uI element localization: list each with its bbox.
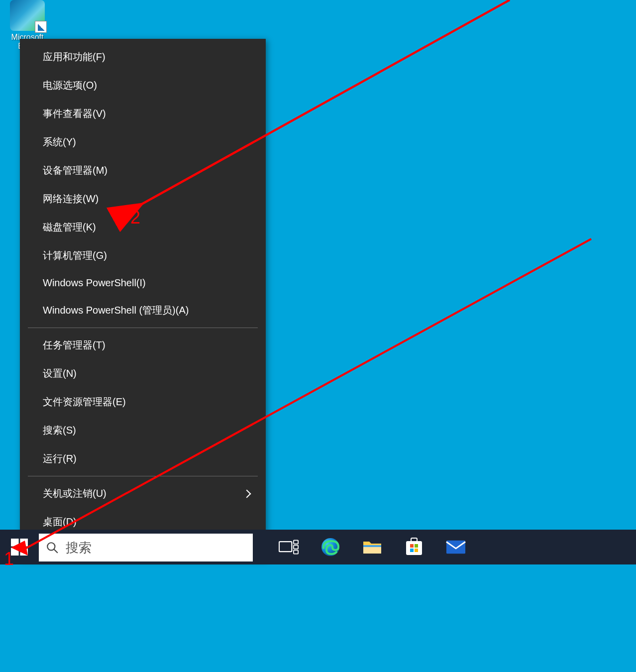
menu-item-label: 系统(Y) (43, 135, 76, 149)
taskbar-edge[interactable] (310, 530, 351, 564)
menu-device-manager[interactable]: 设备管理器(M) (20, 156, 266, 185)
menu-network-connections[interactable]: 网络连接(W) (20, 185, 266, 213)
task-view-icon (279, 537, 299, 557)
menu-item-label: 搜索(S) (43, 424, 76, 437)
svg-rect-14 (410, 544, 414, 548)
taskbar-mail[interactable] (435, 530, 477, 564)
menu-file-explorer[interactable]: 文件资源管理器(E) (20, 388, 266, 416)
menu-disk-management[interactable]: 磁盘管理(K) (20, 213, 266, 241)
menu-item-label: 文件资源管理器(E) (43, 395, 126, 409)
svg-rect-0 (11, 539, 19, 547)
menu-shutdown-signout[interactable]: 关机或注销(U) (20, 479, 266, 508)
menu-search[interactable]: 搜索(S) (20, 416, 266, 445)
edge-icon (320, 537, 340, 557)
svg-point-4 (47, 543, 55, 550)
menu-item-label: Windows PowerShell(I) (43, 277, 146, 289)
svg-rect-15 (415, 544, 418, 548)
menu-powershell-admin[interactable]: Windows PowerShell (管理员)(A) (20, 296, 266, 325)
svg-rect-8 (294, 545, 298, 549)
file-explorer-icon (362, 537, 382, 557)
winx-context-menu: 应用和功能(F) 电源选项(O) 事件查看器(V) 系统(Y) 设备管理器(M)… (20, 39, 266, 560)
svg-rect-9 (294, 550, 298, 554)
menu-apps-features[interactable]: 应用和功能(F) (20, 43, 266, 71)
svg-rect-16 (410, 549, 414, 552)
svg-rect-18 (446, 541, 465, 554)
edge-icon (10, 0, 45, 31)
menu-item-label: 设备管理器(M) (43, 164, 107, 177)
menu-system[interactable]: 系统(Y) (20, 128, 266, 156)
svg-rect-3 (20, 548, 28, 556)
mail-icon (446, 537, 466, 557)
menu-divider (28, 328, 258, 328)
menu-computer-management[interactable]: 计算机管理(G) (20, 241, 266, 270)
menu-item-label: 磁盘管理(K) (43, 221, 96, 234)
menu-item-label: 事件查看器(V) (43, 107, 106, 120)
menu-item-label: 任务管理器(T) (43, 338, 106, 352)
svg-rect-1 (20, 539, 28, 547)
svg-line-5 (54, 549, 58, 553)
menu-divider (28, 476, 258, 476)
menu-settings[interactable]: 设置(N) (20, 359, 266, 388)
svg-rect-13 (406, 541, 422, 555)
menu-item-label: Windows PowerShell (管理员)(A) (43, 304, 189, 317)
search-icon (46, 541, 59, 554)
taskbar-ms-store[interactable] (393, 530, 435, 564)
search-placeholder: 搜索 (66, 539, 92, 557)
annotation-number-2: 2 (130, 207, 140, 228)
menu-event-viewer[interactable]: 事件查看器(V) (20, 100, 266, 128)
menu-item-label: 设置(N) (43, 367, 77, 380)
menu-item-label: 关机或注销(U) (43, 487, 106, 500)
menu-item-label: 运行(R) (43, 452, 77, 465)
menu-item-label: 电源选项(O) (43, 79, 97, 92)
taskbar-task-view[interactable] (268, 530, 310, 564)
taskbar-file-explorer[interactable] (351, 530, 393, 564)
taskbar-search-box[interactable]: 搜索 (39, 534, 253, 561)
annotation-number-1: 1 (4, 549, 14, 569)
menu-power-options[interactable]: 电源选项(O) (20, 71, 266, 100)
svg-rect-12 (363, 545, 381, 547)
menu-desktop[interactable]: 桌面(D) (20, 508, 266, 531)
menu-run[interactable]: 运行(R) (20, 445, 266, 473)
svg-rect-7 (294, 540, 298, 544)
menu-item-label: 计算机管理(G) (43, 249, 107, 262)
svg-rect-6 (279, 542, 292, 552)
chevron-right-icon (243, 489, 251, 498)
menu-powershell[interactable]: Windows PowerShell(I) (20, 270, 266, 296)
menu-item-label: 桌面(D) (43, 515, 77, 529)
svg-rect-17 (415, 549, 418, 552)
menu-task-manager[interactable]: 任务管理器(T) (20, 331, 266, 359)
ms-store-icon (404, 537, 424, 557)
taskbar: 搜索 (0, 530, 636, 564)
menu-item-label: 应用和功能(F) (43, 50, 106, 64)
menu-item-label: 网络连接(W) (43, 192, 99, 206)
